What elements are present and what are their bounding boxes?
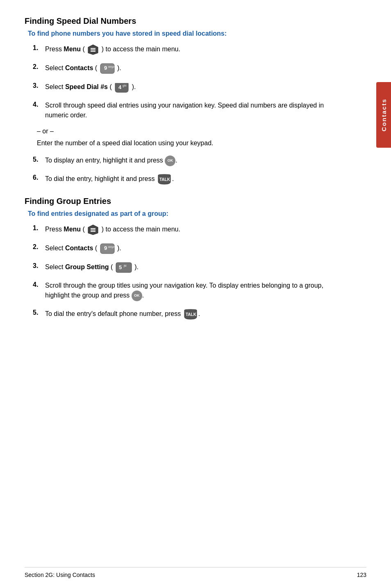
section1-steps: 1. Press Menu ( ) to access the main men… <box>33 44 344 120</box>
step-item: 3. Select Group Setting ( 5 jkl ). <box>33 262 344 273</box>
svg-text:4: 4 <box>118 84 122 90</box>
step-content: To display an entry, highlight it and pr… <box>45 156 344 166</box>
step-item: 1. Press Menu ( ) to access the main men… <box>33 224 344 236</box>
menu-icon <box>87 44 99 55</box>
step-content: Scroll through speed dial entries using … <box>45 101 344 120</box>
step-number: 2. <box>33 243 45 251</box>
step-number: 3. <box>33 82 45 89</box>
step-item: 2. Select Contacts ( 9 wxyz ). <box>33 63 344 74</box>
section1-title: Finding Speed Dial Numbers <box>25 16 344 26</box>
section2-title: Finding Group Entries <box>25 197 344 206</box>
svg-rect-1 <box>91 48 95 49</box>
svg-text:ghi: ghi <box>123 84 127 87</box>
svg-rect-3 <box>91 51 95 52</box>
ok-button-icon: OK <box>165 156 175 166</box>
contacts-side-tab: Contacts <box>376 82 391 148</box>
svg-text:9: 9 <box>104 245 107 251</box>
ok-button-icon: OK <box>132 291 142 301</box>
section1-intro: To find phone numbers you have stored in… <box>25 30 344 37</box>
step-content: To dial the entry, highlight it and pres… <box>45 174 344 185</box>
contacts-9-icon: 9 wxyz <box>100 243 115 254</box>
step-number: 6. <box>33 174 45 181</box>
alternate-text: Enter the number of a speed dial locatio… <box>37 138 344 148</box>
svg-rect-2 <box>91 50 95 50</box>
step-number: 1. <box>33 224 45 232</box>
svg-rect-13 <box>91 231 95 232</box>
contacts-9-icon: 9 wxyz <box>100 63 115 74</box>
section2-intro: To find entries designated as part of a … <box>25 210 344 217</box>
svg-text:wxyz: wxyz <box>108 65 115 69</box>
step-content: Press Menu ( ) to access the main menu. <box>45 224 344 236</box>
section2-steps: 1. Press Menu ( ) to access the main men… <box>33 224 344 320</box>
step-item: 5. To display an entry, highlight it and… <box>33 156 344 166</box>
talk-button-icon: TALK <box>184 309 198 320</box>
step-number: 4. <box>33 101 45 108</box>
step-item: 6. To dial the entry, highlight it and p… <box>33 174 344 185</box>
step-content: Select Speed Dial #s ( 4 ghi ). <box>45 82 344 93</box>
step-number: 5. <box>33 309 45 316</box>
step-number: 2. <box>33 63 45 71</box>
step-content: Select Contacts ( 9 wxyz ). <box>45 243 344 254</box>
step-content: Select Contacts ( 9 wxyz ). <box>45 63 344 74</box>
step-item: 4. Scroll through the group titles using… <box>33 281 344 301</box>
key-5-icon: 5 jkl <box>116 262 132 273</box>
svg-rect-11 <box>91 228 95 229</box>
step-item: 5. To dial the entry's default phone num… <box>33 309 344 320</box>
or-divider: – or – <box>37 128 344 135</box>
svg-text:9: 9 <box>104 65 107 71</box>
svg-text:TALK: TALK <box>186 312 197 317</box>
footer-right: 123 <box>357 572 366 578</box>
side-tab-label: Contacts <box>380 98 387 131</box>
svg-text:jkl: jkl <box>123 264 127 268</box>
step-number: 3. <box>33 262 45 270</box>
step-content: Select Group Setting ( 5 jkl ). <box>45 262 344 273</box>
svg-rect-12 <box>91 230 95 231</box>
step-item: 2. Select Contacts ( 9 wxyz ). <box>33 243 344 254</box>
footer-left: Section 2G: Using Contacts <box>25 572 95 578</box>
svg-text:wxyz: wxyz <box>108 245 115 249</box>
step-number: 1. <box>33 44 45 52</box>
step-content: Press Menu ( ) to access the main menu. <box>45 44 344 55</box>
key-4-icon: 4 ghi <box>114 82 129 93</box>
step-number: 4. <box>33 281 45 288</box>
step-item: 4. Scroll through speed dial entries usi… <box>33 101 344 120</box>
step-content: To dial the entry's default phone number… <box>45 309 344 320</box>
step-item: 3. Select Speed Dial #s ( 4 ghi ). <box>33 82 344 93</box>
svg-text:5: 5 <box>119 264 122 270</box>
section1-steps-continued: 5. To display an entry, highlight it and… <box>33 156 344 185</box>
step-content: Scroll through the group titles using yo… <box>45 281 344 301</box>
svg-text:TALK: TALK <box>159 177 170 182</box>
step-number: 5. <box>33 156 45 163</box>
talk-button-icon: TALK <box>157 174 171 185</box>
step-item: 1. Press Menu ( ) to access the main men… <box>33 44 344 55</box>
page-footer: Section 2G: Using Contacts 123 <box>25 567 366 578</box>
menu-icon <box>87 224 99 236</box>
